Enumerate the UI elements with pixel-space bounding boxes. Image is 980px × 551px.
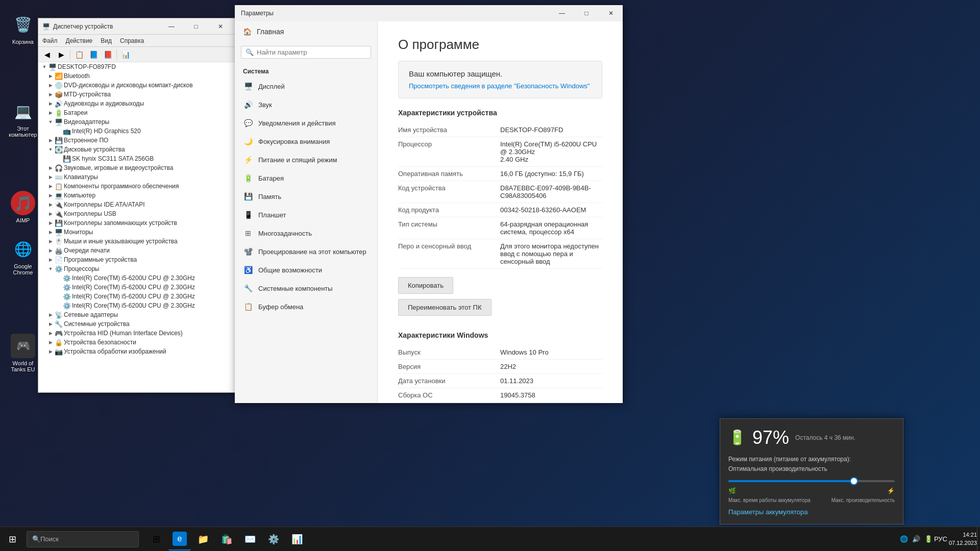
windows-section-header: Характеристики Windows <box>398 331 602 339</box>
nav-tablet[interactable]: 📱 Планшет <box>235 206 377 224</box>
nav-multitask[interactable]: ⊞ Многозадачность <box>235 224 377 242</box>
tree-computer[interactable]: ▶ 💻 Компьютер <box>38 191 236 200</box>
settings-home-button[interactable]: 🏠 Главная <box>235 21 377 42</box>
tree-cpu3[interactable]: ⚙️ Intel(R) Core(TM) i5-6200U CPU @ 2.30… <box>38 292 236 301</box>
menu-help[interactable]: Справка <box>116 36 148 45</box>
tree-usb[interactable]: ▶ 🔌 Контроллеры USB <box>38 209 236 218</box>
desktop-icon-aimp[interactable]: 🎵 AIMP <box>3 189 43 226</box>
taskbar-edge[interactable]: e <box>168 528 191 550</box>
tree-cpu1[interactable]: ⚙️ Intel(R) Core(TM) i5-6200U CPU @ 2.30… <box>38 273 236 283</box>
tray-network-icon[interactable]: 🌐 <box>899 534 909 544</box>
nav-display[interactable]: 🖥️ Дисплей <box>235 77 377 95</box>
tree-sk-hynix[interactable]: 💾 SK hynix SC311 SATA 256GB <box>38 154 236 163</box>
nav-project[interactable]: 📽️ Проецирование на этот компьютер <box>235 242 377 261</box>
menu-action[interactable]: Действие <box>62 36 97 45</box>
toolbar-btn4[interactable]: 📊 <box>119 48 132 61</box>
tree-audio[interactable]: ▶ 🔊 Аудиовходы и аудиовыходы <box>38 99 236 108</box>
monitors-expander: ▶ <box>46 228 55 236</box>
tree-storage[interactable]: ▶ 💾 Контроллеры запоминающих устройств <box>38 218 236 228</box>
tree-program-devices[interactable]: ▶ 📄 Программные устройства <box>38 255 236 264</box>
nav-notifications[interactable]: 💬 Уведомления и действия <box>235 114 377 132</box>
settings-minimize-button[interactable]: — <box>550 5 574 21</box>
tree-cpu2[interactable]: ⚙️ Intel(R) Core(TM) i5-6200U CPU @ 2.30… <box>38 283 236 292</box>
desktop-icon-recycle[interactable]: 🗑️ Корзина <box>3 10 43 47</box>
battery-slider-thumb[interactable] <box>850 477 858 485</box>
power-icon: ⚡ <box>243 155 253 165</box>
tray-battery-icon[interactable]: 🔋 <box>923 534 934 544</box>
settings-maximize-button[interactable]: □ <box>575 5 598 21</box>
spec-os-build: Сборка ОС 19045.3758 <box>398 388 602 403</box>
nav-accessibility[interactable]: ♿ Общие возможности <box>235 261 377 279</box>
spec-label-install-date: Дата установки <box>398 377 500 385</box>
nav-power[interactable]: ⚡ Питание и спящий режим <box>235 151 377 169</box>
tree-mice[interactable]: ▶ 🖱️ Мыши и иные указывающие устройства <box>38 237 236 246</box>
rename-button[interactable]: Переименовать этот ПК <box>398 299 492 316</box>
tree-imaging[interactable]: ▶ 📷 Устройства обработки изображений <box>38 347 236 356</box>
tree-print[interactable]: ▶ 🖨️ Очереди печати <box>38 246 236 255</box>
tree-intel-hd[interactable]: 📺 Intel(R) HD Graphics 520 <box>38 127 236 136</box>
taskbar-settings-app[interactable]: ⚙️ <box>262 528 285 550</box>
nav-focus[interactable]: 🌙 Фокусировка внимания <box>235 132 377 151</box>
tree-root[interactable]: ▼ 🖥️ DESKTOP-FO897FD <box>38 62 236 71</box>
taskbar-explorer[interactable]: 📁 <box>192 528 214 550</box>
tree-network[interactable]: ▶ 📡 Сетевые адаптеры <box>38 310 236 319</box>
desktop-icon-chrome[interactable]: 🌐 Google Chrome <box>3 235 43 278</box>
taskbar-apps: ⊞ e 📁 🛍️ ✉️ ⚙️ 📊 <box>141 528 896 550</box>
protection-link[interactable]: Просмотреть сведения в разделе "Безопасн… <box>409 82 590 90</box>
taskbar-unknown[interactable]: 📊 <box>286 528 308 550</box>
tray-volume-icon[interactable]: 🔊 <box>911 534 921 544</box>
tree-ide[interactable]: ▶ 🔌 Контроллеры IDE ATA/ATAPI <box>38 200 236 209</box>
tree-disk-devices[interactable]: ▼ 💽 Дисковые устройства <box>38 145 236 154</box>
taskbar-search-box[interactable]: 🔍 Поиск <box>27 531 139 547</box>
desktop-icon-computer[interactable]: 💻 Этот компьютер <box>3 97 43 140</box>
tree-bluetooth[interactable]: ▶ 📶 Bluetooth <box>38 71 236 81</box>
taskbar-store[interactable]: 🛍️ <box>215 528 238 550</box>
menu-view[interactable]: Вид <box>96 36 116 45</box>
taskbar-mail[interactable]: ✉️ <box>239 528 261 550</box>
mice-expander: ▶ <box>46 237 55 245</box>
desktop-icon-wot[interactable]: 🎮 World of Tanks EU <box>3 332 43 374</box>
toolbar-btn3[interactable]: 📕 <box>101 48 114 61</box>
nav-battery[interactable]: 🔋 Батарея <box>235 169 377 187</box>
nav-clipboard[interactable]: 📋 Буфер обмена <box>235 297 377 316</box>
device-manager-close-button[interactable]: ✕ <box>209 18 232 35</box>
tree-sound[interactable]: ▶ 🎧 Звуковые, игровые и видеоустройства <box>38 163 236 172</box>
spec-label-system-type: Тип системы <box>398 220 500 236</box>
toolbar-btn2[interactable]: 📘 <box>87 48 100 61</box>
tree-sw-components[interactable]: ▶ 📋 Компоненты программного обеспечения <box>38 182 236 191</box>
spec-value-edition: Windows 10 Pro <box>500 348 602 356</box>
taskbar-task-view[interactable]: ⊞ <box>145 528 167 550</box>
tree-battery[interactable]: ▶ 🔋 Батареи <box>38 108 236 117</box>
tree-keyboards[interactable]: ▶ ⌨️ Клавиатуры <box>38 172 236 182</box>
tree-system[interactable]: ▶ 🔧 Системные устройства <box>38 319 236 329</box>
tree-processors[interactable]: ▼ ⚙️ Процессоры <box>38 264 236 273</box>
nav-sound[interactable]: 🔊 Звук <box>235 95 377 114</box>
tree-dvd[interactable]: ▶ 💿 DVD-дисководы и дисководы компакт-ди… <box>38 81 236 90</box>
sk-label: SK hynix SC311 SATA 256GB <box>72 155 154 162</box>
tree-monitors[interactable]: ▶ 🖥️ Мониторы <box>38 228 236 237</box>
tree-embedded[interactable]: ▶ 💾 Встроенное ПО <box>38 136 236 145</box>
tray-language[interactable]: РУС <box>936 534 946 544</box>
start-button[interactable]: ⊞ <box>0 527 24 552</box>
menu-file[interactable]: Файл <box>38 36 62 45</box>
tree-cpu4[interactable]: ⚙️ Intel(R) Core(TM) i5-6200U CPU @ 2.30… <box>38 301 236 310</box>
ide-icon: 🔌 <box>55 201 63 209</box>
toolbar-back-button[interactable]: ◀ <box>40 48 54 61</box>
taskbar-time[interactable]: 14:21 07.12.2023 <box>949 531 977 547</box>
toolbar-forward-button[interactable]: ▶ <box>55 48 68 61</box>
copy-button[interactable]: Копировать <box>398 277 453 294</box>
device-manager-maximize-button[interactable]: □ <box>184 18 208 35</box>
tree-video-adapters[interactable]: ▼ 🖥️ Видеоадаптеры <box>38 117 236 127</box>
toolbar-btn1[interactable]: 📋 <box>72 48 86 61</box>
settings-close-button[interactable]: ✕ <box>599 5 623 21</box>
show-desktop-button[interactable] <box>977 527 980 552</box>
tree-mtd[interactable]: ▶ 📦 MTD-устройства <box>38 90 236 99</box>
battery-settings-link[interactable]: Параметры аккумулятора <box>728 508 895 516</box>
nav-components[interactable]: 🔧 Системные компоненты <box>235 279 377 297</box>
taskbar-search-label: Поиск <box>40 535 59 543</box>
settings-search-input[interactable] <box>257 48 366 56</box>
device-manager-minimize-button[interactable]: — <box>160 18 183 35</box>
nav-storage[interactable]: 💾 Память <box>235 187 377 206</box>
tree-security[interactable]: ▶ 🔒 Устройства безопасности <box>38 338 236 347</box>
tree-hid[interactable]: ▶ 🎮 Устройства HID (Human Interface Devi… <box>38 329 236 338</box>
